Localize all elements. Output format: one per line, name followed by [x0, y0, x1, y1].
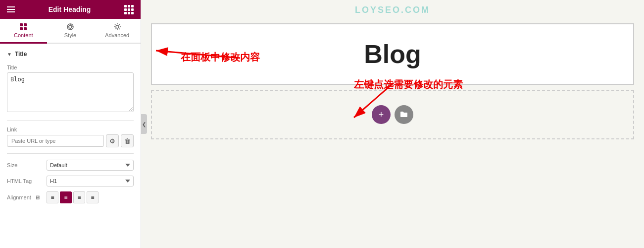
- align-right-button[interactable]: ≡: [73, 191, 85, 203]
- canvas-area: Blog +: [141, 18, 644, 248]
- block-actions: +: [372, 105, 413, 124]
- panel-tabs: Content Style Advanced: [0, 19, 141, 44]
- content-icon: [19, 23, 27, 31]
- folder-icon: [399, 110, 408, 119]
- annotation-text-2: 左键点选需要修改的元素: [354, 78, 463, 91]
- watermark: LOYSEO.COM: [141, 0, 644, 18]
- alignment-buttons: ≡ ≡ ≡ ≡: [47, 191, 99, 203]
- divider-1: [7, 120, 134, 121]
- section-title-header[interactable]: ▼ Title: [7, 49, 134, 60]
- folder-button[interactable]: [395, 105, 413, 124]
- monitor-icon: 🖥: [35, 194, 40, 200]
- html-tag-row: HTML Tag H1 H2 H3 H4: [7, 176, 134, 186]
- tab-style-label: Style: [64, 32, 76, 38]
- tab-advanced[interactable]: Advanced: [94, 19, 141, 44]
- link-unlink-button[interactable]: 🗑: [121, 134, 134, 147]
- svg-rect-1: [24, 23, 27, 26]
- section-arrow: ▼: [7, 52, 12, 57]
- align-center-button[interactable]: ≡: [60, 191, 72, 203]
- style-icon: [66, 23, 74, 31]
- html-tag-label: HTML Tag: [7, 178, 47, 184]
- advanced-icon: [113, 23, 121, 31]
- title-field-label: Title: [7, 64, 134, 70]
- empty-block[interactable]: +: [151, 90, 634, 139]
- link-settings-button[interactable]: ⚙: [106, 134, 119, 147]
- tab-content-label: Content: [14, 32, 33, 38]
- panel-title: Edit Heading: [49, 5, 91, 13]
- size-row: Size Default Small Medium Large: [7, 160, 134, 171]
- svg-point-10: [116, 25, 119, 28]
- tab-content[interactable]: Content: [0, 19, 47, 44]
- svg-point-5: [69, 25, 72, 28]
- panel-header: Edit Heading: [0, 0, 141, 19]
- tab-advanced-label: Advanced: [105, 32, 129, 38]
- size-select[interactable]: Default Small Medium Large: [47, 160, 134, 171]
- add-block-button[interactable]: +: [372, 105, 391, 124]
- divider-2: [7, 153, 134, 154]
- link-row: ⚙ 🗑: [7, 134, 134, 147]
- svg-rect-2: [20, 27, 23, 30]
- alignment-label: Alignment 🖥: [7, 194, 47, 200]
- svg-rect-3: [24, 27, 27, 30]
- link-field-label: Link: [7, 126, 134, 132]
- tab-style[interactable]: Style: [47, 19, 94, 44]
- right-area: LOYSEO.COM Blog +: [141, 0, 644, 248]
- align-left-button[interactable]: ≡: [47, 191, 58, 203]
- svg-rect-0: [20, 23, 23, 26]
- annotation-text-1: 在面板中修改内容: [181, 51, 260, 64]
- panel-collapse-handle[interactable]: ❮: [141, 114, 147, 134]
- size-label: Size: [7, 162, 47, 168]
- link-input[interactable]: [7, 135, 104, 147]
- html-tag-select[interactable]: H1 H2 H3 H4: [47, 176, 134, 186]
- left-panel: Edit Heading Content: [0, 0, 141, 248]
- alignment-row: Alignment 🖥 ≡ ≡ ≡ ≡: [7, 191, 134, 203]
- align-justify-button[interactable]: ≡: [87, 191, 99, 203]
- section-title-label: Title: [15, 51, 27, 58]
- hamburger-icon[interactable]: [7, 6, 15, 12]
- title-textarea[interactable]: Blog: [7, 72, 134, 112]
- panel-body: ▼ Title Title Blog Link ⚙ 🗑 Size Default…: [0, 44, 141, 248]
- grid-icon[interactable]: [124, 5, 134, 14]
